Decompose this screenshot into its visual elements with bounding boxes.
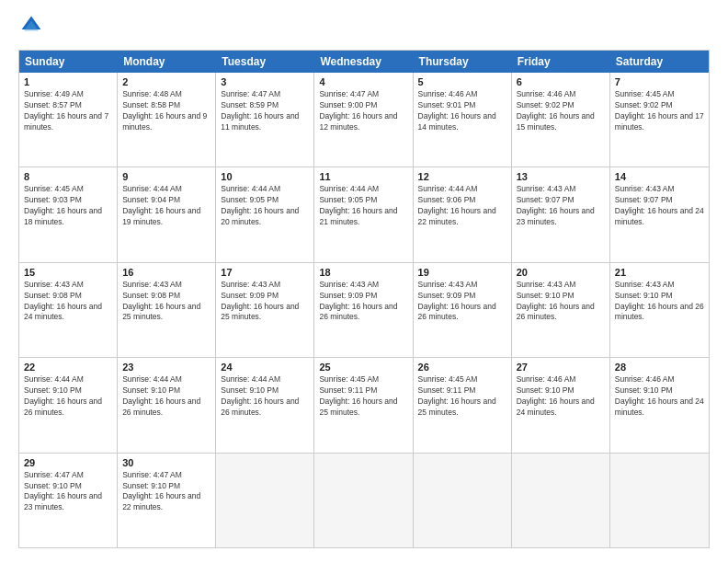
day-19: 19Sunrise: 4:43 AM Sunset: 9:09 PM Dayli… bbox=[414, 263, 512, 357]
day-info-18: Sunrise: 4:43 AM Sunset: 9:09 PM Dayligh… bbox=[319, 280, 407, 324]
day-24: 24Sunrise: 4:44 AM Sunset: 9:10 PM Dayli… bbox=[216, 358, 314, 452]
day-12: 12Sunrise: 4:44 AM Sunset: 9:06 PM Dayli… bbox=[414, 167, 512, 261]
day-3: 3Sunrise: 4:47 AM Sunset: 8:59 PM Daylig… bbox=[216, 73, 314, 167]
week-row-1: 1Sunrise: 4:49 AM Sunset: 8:57 PM Daylig… bbox=[19, 73, 709, 167]
day-info-22: Sunrise: 4:44 AM Sunset: 9:10 PM Dayligh… bbox=[24, 374, 112, 419]
day-number-28: 28 bbox=[615, 362, 704, 373]
day-number-1: 1 bbox=[24, 76, 112, 87]
day-info-15: Sunrise: 4:43 AM Sunset: 9:08 PM Dayligh… bbox=[24, 280, 112, 324]
day-info-28: Sunrise: 4:46 AM Sunset: 9:10 PM Dayligh… bbox=[615, 374, 704, 419]
day-info-20: Sunrise: 4:43 AM Sunset: 9:10 PM Dayligh… bbox=[517, 280, 605, 324]
header-saturday: Saturday bbox=[610, 51, 709, 73]
header-sunday: Sunday bbox=[19, 51, 118, 73]
calendar-body: 1Sunrise: 4:49 AM Sunset: 8:57 PM Daylig… bbox=[19, 73, 709, 547]
empty-cell-4-5 bbox=[512, 454, 610, 547]
week-row-2: 8Sunrise: 4:45 AM Sunset: 9:03 PM Daylig… bbox=[19, 167, 709, 262]
day-number-7: 7 bbox=[615, 76, 704, 87]
day-info-12: Sunrise: 4:44 AM Sunset: 9:06 PM Dayligh… bbox=[418, 184, 506, 228]
day-info-16: Sunrise: 4:43 AM Sunset: 9:08 PM Dayligh… bbox=[122, 280, 210, 324]
day-number-19: 19 bbox=[418, 267, 506, 278]
calendar-header: Sunday Monday Tuesday Wednesday Thursday… bbox=[19, 51, 709, 73]
day-info-23: Sunrise: 4:44 AM Sunset: 9:10 PM Dayligh… bbox=[122, 374, 210, 419]
day-14: 14Sunrise: 4:43 AM Sunset: 9:07 PM Dayli… bbox=[610, 167, 709, 261]
header-thursday: Thursday bbox=[414, 51, 512, 73]
day-info-10: Sunrise: 4:44 AM Sunset: 9:05 PM Dayligh… bbox=[221, 184, 309, 228]
day-info-6: Sunrise: 4:46 AM Sunset: 9:02 PM Dayligh… bbox=[517, 89, 605, 133]
day-number-3: 3 bbox=[221, 76, 309, 87]
empty-cell-4-3 bbox=[314, 454, 413, 547]
day-1: 1Sunrise: 4:49 AM Sunset: 8:57 PM Daylig… bbox=[19, 73, 118, 167]
day-29: 29Sunrise: 4:47 AM Sunset: 9:10 PM Dayli… bbox=[19, 454, 118, 547]
day-5: 5Sunrise: 4:46 AM Sunset: 9:01 PM Daylig… bbox=[414, 73, 512, 167]
day-number-13: 13 bbox=[517, 171, 605, 182]
day-20: 20Sunrise: 4:43 AM Sunset: 9:10 PM Dayli… bbox=[512, 263, 610, 357]
day-info-8: Sunrise: 4:45 AM Sunset: 9:03 PM Dayligh… bbox=[24, 184, 112, 228]
day-23: 23Sunrise: 4:44 AM Sunset: 9:10 PM Dayli… bbox=[118, 358, 216, 452]
day-info-5: Sunrise: 4:46 AM Sunset: 9:01 PM Dayligh… bbox=[418, 89, 506, 133]
day-number-24: 24 bbox=[221, 362, 309, 373]
day-number-11: 11 bbox=[319, 171, 407, 182]
calendar: Sunday Monday Tuesday Wednesday Thursday… bbox=[18, 50, 710, 548]
logo bbox=[18, 15, 42, 40]
day-10: 10Sunrise: 4:44 AM Sunset: 9:05 PM Dayli… bbox=[216, 167, 314, 261]
day-info-26: Sunrise: 4:45 AM Sunset: 9:11 PM Dayligh… bbox=[418, 374, 506, 419]
day-8: 8Sunrise: 4:45 AM Sunset: 9:03 PM Daylig… bbox=[19, 167, 118, 261]
day-number-2: 2 bbox=[122, 76, 210, 87]
day-info-21: Sunrise: 4:43 AM Sunset: 9:10 PM Dayligh… bbox=[615, 280, 704, 324]
day-number-10: 10 bbox=[221, 171, 309, 182]
day-info-13: Sunrise: 4:43 AM Sunset: 9:07 PM Dayligh… bbox=[517, 184, 605, 228]
day-number-8: 8 bbox=[24, 171, 112, 182]
empty-cell-4-2 bbox=[216, 454, 314, 547]
day-info-30: Sunrise: 4:47 AM Sunset: 9:10 PM Dayligh… bbox=[122, 470, 210, 514]
day-11: 11Sunrise: 4:44 AM Sunset: 9:05 PM Dayli… bbox=[314, 167, 413, 261]
day-number-15: 15 bbox=[24, 267, 112, 278]
day-number-27: 27 bbox=[517, 362, 605, 373]
day-6: 6Sunrise: 4:46 AM Sunset: 9:02 PM Daylig… bbox=[512, 73, 610, 167]
day-number-22: 22 bbox=[24, 362, 112, 373]
day-number-4: 4 bbox=[319, 76, 407, 87]
day-9: 9Sunrise: 4:44 AM Sunset: 9:04 PM Daylig… bbox=[118, 167, 216, 261]
day-number-30: 30 bbox=[122, 457, 210, 468]
day-number-16: 16 bbox=[122, 267, 210, 278]
day-info-25: Sunrise: 4:45 AM Sunset: 9:11 PM Dayligh… bbox=[319, 374, 407, 419]
day-info-29: Sunrise: 4:47 AM Sunset: 9:10 PM Dayligh… bbox=[24, 470, 112, 514]
day-26: 26Sunrise: 4:45 AM Sunset: 9:11 PM Dayli… bbox=[414, 358, 512, 452]
day-number-20: 20 bbox=[517, 267, 605, 278]
day-13: 13Sunrise: 4:43 AM Sunset: 9:07 PM Dayli… bbox=[512, 167, 610, 261]
day-4: 4Sunrise: 4:47 AM Sunset: 9:00 PM Daylig… bbox=[314, 73, 413, 167]
day-number-26: 26 bbox=[418, 362, 506, 373]
week-row-4: 22Sunrise: 4:44 AM Sunset: 9:10 PM Dayli… bbox=[19, 358, 709, 453]
day-info-11: Sunrise: 4:44 AM Sunset: 9:05 PM Dayligh… bbox=[319, 184, 407, 228]
day-info-2: Sunrise: 4:48 AM Sunset: 8:58 PM Dayligh… bbox=[122, 89, 210, 133]
day-22: 22Sunrise: 4:44 AM Sunset: 9:10 PM Dayli… bbox=[19, 358, 118, 452]
day-30: 30Sunrise: 4:47 AM Sunset: 9:10 PM Dayli… bbox=[118, 454, 216, 547]
day-2: 2Sunrise: 4:48 AM Sunset: 8:58 PM Daylig… bbox=[118, 73, 216, 167]
header-monday: Monday bbox=[118, 51, 216, 73]
day-info-9: Sunrise: 4:44 AM Sunset: 9:04 PM Dayligh… bbox=[122, 184, 210, 228]
day-number-5: 5 bbox=[418, 76, 506, 87]
day-number-12: 12 bbox=[418, 171, 506, 182]
day-number-23: 23 bbox=[122, 362, 210, 373]
page: Sunday Monday Tuesday Wednesday Thursday… bbox=[0, 0, 728, 563]
day-info-19: Sunrise: 4:43 AM Sunset: 9:09 PM Dayligh… bbox=[418, 280, 506, 324]
day-16: 16Sunrise: 4:43 AM Sunset: 9:08 PM Dayli… bbox=[118, 263, 216, 357]
header-tuesday: Tuesday bbox=[216, 51, 314, 73]
day-info-27: Sunrise: 4:46 AM Sunset: 9:10 PM Dayligh… bbox=[517, 374, 605, 419]
empty-cell-4-6 bbox=[610, 454, 709, 547]
week-row-3: 15Sunrise: 4:43 AM Sunset: 9:08 PM Dayli… bbox=[19, 263, 709, 358]
day-25: 25Sunrise: 4:45 AM Sunset: 9:11 PM Dayli… bbox=[314, 358, 413, 452]
day-info-14: Sunrise: 4:43 AM Sunset: 9:07 PM Dayligh… bbox=[615, 184, 704, 228]
logo-icon bbox=[20, 15, 42, 37]
day-7: 7Sunrise: 4:45 AM Sunset: 9:02 PM Daylig… bbox=[610, 73, 709, 167]
header bbox=[18, 15, 710, 40]
day-number-9: 9 bbox=[122, 171, 210, 182]
day-21: 21Sunrise: 4:43 AM Sunset: 9:10 PM Dayli… bbox=[610, 263, 709, 357]
day-number-17: 17 bbox=[221, 267, 309, 278]
empty-cell-4-4 bbox=[414, 454, 512, 547]
header-friday: Friday bbox=[512, 51, 610, 73]
day-17: 17Sunrise: 4:43 AM Sunset: 9:09 PM Dayli… bbox=[216, 263, 314, 357]
week-row-5: 29Sunrise: 4:47 AM Sunset: 9:10 PM Dayli… bbox=[19, 454, 709, 547]
day-18: 18Sunrise: 4:43 AM Sunset: 9:09 PM Dayli… bbox=[314, 263, 413, 357]
day-number-25: 25 bbox=[319, 362, 407, 373]
day-info-17: Sunrise: 4:43 AM Sunset: 9:09 PM Dayligh… bbox=[221, 280, 309, 324]
